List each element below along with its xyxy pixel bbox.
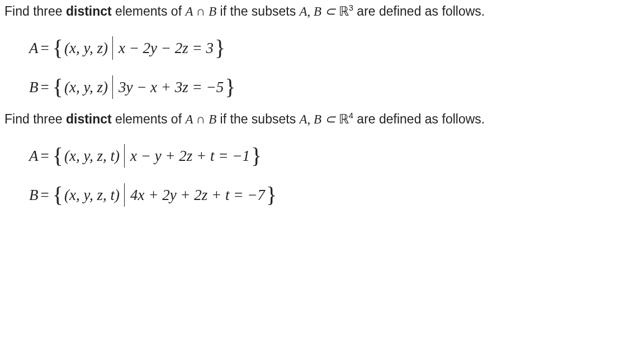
equation-b2: B = { (x, y, z, t) 4x + 2y + 2z + t = −7… [29, 183, 640, 207]
equals: = [39, 79, 51, 96]
such-that-bar [112, 36, 113, 60]
rbrace: } [265, 184, 278, 206]
lhs: B [29, 187, 39, 204]
such-that-bar [124, 144, 125, 168]
equals: = [39, 187, 51, 204]
text: elements of [112, 4, 186, 18]
real-space: ℝ [339, 112, 349, 126]
problem-1-prompt: Find three distinct elements of A ∩ B if… [4, 2, 640, 21]
lhs: A [29, 40, 39, 57]
math-ab: A, B ⊂ [300, 112, 339, 126]
exponent: 4 [349, 111, 353, 121]
problem-2-prompt: Find three distinct elements of A ∩ B if… [4, 110, 640, 128]
text: if the subsets [216, 112, 299, 126]
rbrace: } [250, 145, 263, 167]
math-ab: A, B ⊂ [300, 4, 339, 18]
lhs: B [29, 79, 39, 96]
lbrace: { [51, 145, 64, 167]
condition: x − 2y − 2z = 3 [119, 40, 214, 57]
condition: x − y + 2z + t = −1 [130, 147, 250, 165]
tuple: (x, y, z, t) [64, 187, 120, 204]
lbrace: { [51, 76, 64, 98]
equation-a1: A = { (x, y, z) x − 2y − 2z = 3 } [29, 36, 640, 60]
rbrace: } [224, 76, 236, 98]
bold-word: distinct [66, 112, 112, 126]
tuple: (x, y, z, t) [64, 147, 120, 165]
lbrace: { [51, 37, 64, 59]
rbrace: } [214, 37, 226, 59]
tuple: (x, y, z) [64, 79, 108, 96]
equation-a2: A = { (x, y, z, t) x − y + 2z + t = −1 } [29, 144, 640, 168]
text: are defined as follows. [353, 4, 485, 18]
equation-b1: B = { (x, y, z) 3y − x + 3z = −5 } [29, 75, 640, 99]
condition: 4x + 2y + 2z + t = −7 [130, 187, 265, 204]
condition: 3y − x + 3z = −5 [119, 79, 224, 96]
real-space: ℝ [339, 4, 349, 18]
text: are defined as follows. [353, 112, 485, 126]
text: Find three [4, 4, 66, 18]
text: Find three [4, 112, 66, 126]
math-expr: A ∩ B [185, 112, 216, 126]
exponent: 3 [349, 3, 353, 12]
lhs: A [29, 147, 39, 165]
equals: = [39, 40, 51, 57]
math-expr: A ∩ B [185, 4, 216, 18]
lbrace: { [51, 184, 64, 206]
such-that-bar [112, 75, 113, 99]
bold-word: distinct [66, 4, 112, 18]
equals: = [39, 147, 51, 165]
such-that-bar [124, 183, 125, 207]
tuple: (x, y, z) [64, 40, 108, 57]
text: elements of [112, 112, 186, 126]
text: if the subsets [216, 4, 299, 18]
